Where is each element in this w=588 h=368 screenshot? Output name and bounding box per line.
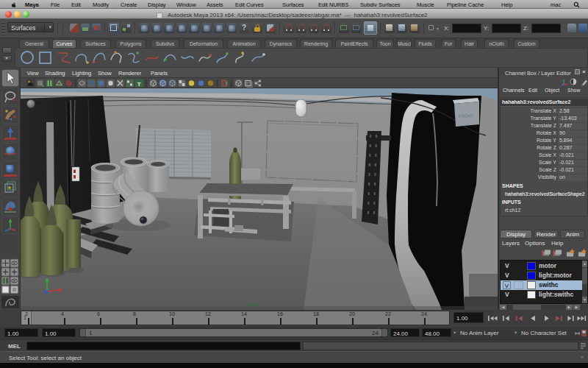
svg-text:FRONT: FRONT (459, 113, 474, 118)
svg-text:T: T (137, 81, 141, 88)
svg-text:persp: persp (247, 302, 260, 308)
